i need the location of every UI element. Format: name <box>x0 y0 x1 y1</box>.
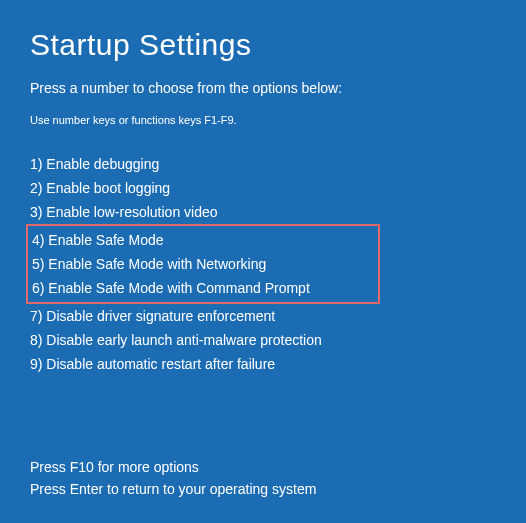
page-title: Startup Settings <box>30 28 496 62</box>
return-hint: Press Enter to return to your operating … <box>30 478 496 500</box>
option-9[interactable]: 9) Disable automatic restart after failu… <box>30 352 496 376</box>
option-1[interactable]: 1) Enable debugging <box>30 152 496 176</box>
key-hint: Use number keys or functions keys F1-F9. <box>30 114 496 126</box>
boot-options-list: 1) Enable debugging 2) Enable boot loggi… <box>30 152 496 376</box>
option-2[interactable]: 2) Enable boot logging <box>30 176 496 200</box>
option-3[interactable]: 3) Enable low-resolution video <box>30 200 496 224</box>
option-6[interactable]: 6) Enable Safe Mode with Command Prompt <box>32 276 374 300</box>
option-8[interactable]: 8) Disable early launch anti-malware pro… <box>30 328 496 352</box>
option-7[interactable]: 7) Disable driver signature enforcement <box>30 304 496 328</box>
option-4[interactable]: 4) Enable Safe Mode <box>32 228 374 252</box>
safe-mode-highlight: 4) Enable Safe Mode 5) Enable Safe Mode … <box>26 224 380 304</box>
instructions: Press a number to choose from the option… <box>30 80 496 96</box>
more-options-hint: Press F10 for more options <box>30 456 496 478</box>
option-5[interactable]: 5) Enable Safe Mode with Networking <box>32 252 374 276</box>
